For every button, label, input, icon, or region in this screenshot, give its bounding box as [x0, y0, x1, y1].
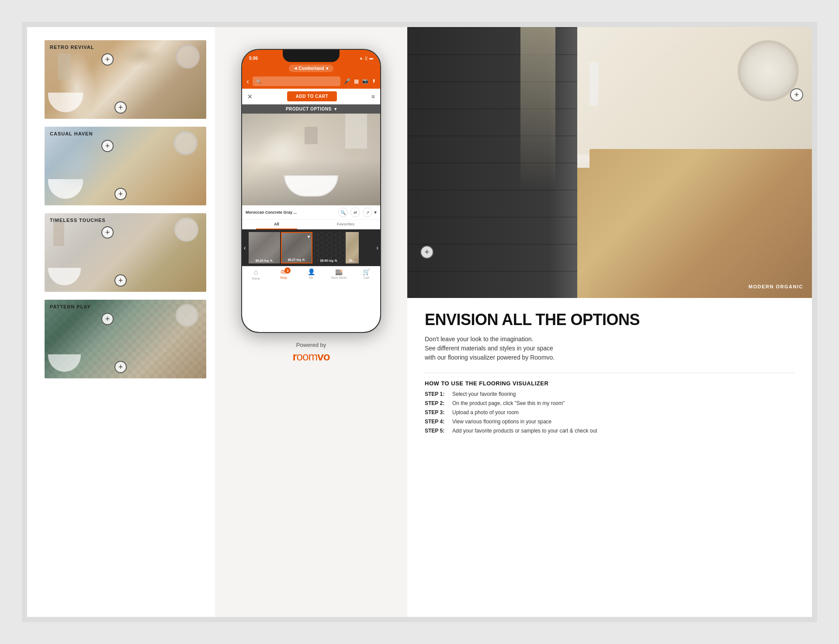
step-label-2: STEP 2:	[425, 400, 449, 406]
right-column: + + MODERN ORGANIC ENVISION ALL THE OPTI…	[407, 27, 812, 617]
phone-nav-bar: ‹ 🔍 🎤 ▦ 📷 ⬆	[242, 74, 380, 89]
step-row-2: STEP 2: On the product page, click "See …	[425, 400, 794, 406]
home-icon: ⌂	[254, 268, 258, 276]
swatch-prev-icon[interactable]: ‹	[242, 244, 248, 251]
product-options-bar[interactable]: PRODUCT OPTIONS ▾	[242, 104, 380, 114]
plus-button-retro-bl[interactable]: +	[114, 101, 127, 114]
desc-line-3: with our flooring visualizer powered by …	[425, 354, 555, 361]
plus-button-timeless-bl[interactable]: +	[114, 274, 127, 287]
nav-icons-right: 🎤 ▦ 📷 ⬆	[344, 78, 376, 84]
swatch-item-4[interactable]: $6...	[346, 232, 359, 263]
barcode-icon[interactable]: ▦	[354, 78, 359, 84]
expand-icon[interactable]: ↗	[363, 208, 372, 217]
powered-by-label: Powered by	[292, 342, 329, 348]
step-text-4: View various flooring options in your sp…	[452, 419, 551, 425]
menu-icon[interactable]: ≡	[371, 93, 375, 100]
phone-notch	[283, 50, 340, 62]
plus-button-casual-tl[interactable]: +	[101, 140, 114, 152]
nav-store-mode[interactable]: 🏬 Store Mode	[325, 268, 353, 280]
center-column: 5:06 ▲ (( ▬ ◀ Cumberland ▾	[215, 27, 407, 617]
plus-button-right-top[interactable]: +	[790, 88, 803, 101]
flooring-swatches: ‹ $6.29 /sq. ft. ♥ $6.27 /sq.	[242, 229, 380, 266]
nav-me[interactable]: 👤 Me	[297, 268, 325, 280]
swatch-price-2: $6.27 /sq. ft.	[282, 258, 312, 261]
modern-organic-label: MODERN ORGANIC	[749, 284, 803, 289]
product-action-icons: 🔍 ⇌ ↗	[338, 208, 372, 217]
search-product-icon[interactable]: 🔍	[338, 208, 348, 217]
phone-mockup: 5:06 ▲ (( ▬ ◀ Cumberland ▾	[241, 49, 381, 333]
step-row-1: STEP 1: Select your favorite flooring	[425, 391, 794, 397]
phone-frame: 5:06 ▲ (( ▬ ◀ Cumberland ▾	[241, 49, 381, 333]
signal-icon: ▲	[359, 56, 363, 60]
room-card-title-casual: CASUAL HAVEN	[50, 131, 93, 136]
product-name: Moroccan Concrete Gray ...	[246, 210, 336, 215]
tab-all[interactable]: All	[242, 220, 311, 229]
nav-home[interactable]: ⌂ Home	[242, 268, 270, 280]
ar-toolbar: ✕ ADD TO CART ≡	[242, 89, 380, 104]
shop-label: Shop	[280, 276, 287, 279]
swatches-container: $6.29 /sq. ft. ♥ $6.27 /sq. ft.	[249, 232, 374, 263]
back-icon[interactable]: ‹	[246, 77, 249, 86]
plus-button-pattern-tl[interactable]: +	[101, 313, 114, 325]
flooring-tabs: All Favorites	[242, 220, 380, 229]
nav-cart[interactable]: 🛒 Cart	[353, 268, 380, 280]
location-pill[interactable]: ◀ Cumberland ▾	[289, 65, 333, 72]
room-card-retro-revival[interactable]: RETRO REVIVAL + +	[45, 40, 206, 119]
plus-button-timeless-tl[interactable]: +	[101, 226, 114, 239]
step-label-3: STEP 3:	[425, 409, 449, 415]
desc-line-2: See different materials and styles in yo…	[425, 345, 553, 352]
store-label: Store Mode	[331, 276, 347, 279]
swatch-dropdown-icon[interactable]: ▾	[374, 209, 377, 215]
swap-icon[interactable]: ⇌	[350, 208, 360, 217]
swatch-next-icon[interactable]: ›	[374, 244, 380, 251]
step-row-5: STEP 5: Add your favorite products or sa…	[425, 428, 794, 434]
product-options-label: PRODUCT OPTIONS	[286, 107, 332, 111]
swatch-item-3[interactable]: $5.95 /sq. ft.	[313, 232, 345, 263]
bottom-nav: ⌂ Home 🛍 2 Shop 👤 Me �	[242, 266, 380, 284]
envision-description: Don't leave your look to the imagination…	[425, 335, 794, 362]
swatch-item-2[interactable]: ♥ $6.27 /sq. ft.	[281, 232, 312, 263]
tab-favorites[interactable]: Favorites	[311, 220, 380, 229]
main-frame: RETRO REVIVAL + + CASUAL HAVEN + + TIMEL…	[22, 22, 817, 622]
cart-label: Cart	[364, 276, 369, 279]
room-card-timeless-touches[interactable]: TIMELESS TOUCHES + +	[45, 213, 206, 292]
shop-badge: 2	[284, 267, 291, 274]
room-card-title-pattern: PATTERN PLAY	[50, 304, 91, 309]
how-to-title: HOW TO USE THE FLOORING VISUALIZER	[425, 373, 794, 387]
room-card-title-retro: RETRO REVIVAL	[50, 45, 94, 50]
step-label-4: STEP 4:	[425, 419, 449, 425]
close-icon[interactable]: ✕	[247, 93, 253, 100]
swatch-price-1: $6.29 /sq. ft.	[249, 259, 280, 262]
store-icon: 🏬	[335, 268, 343, 275]
search-bar[interactable]: 🔍	[253, 76, 340, 86]
plus-button-right-bottom[interactable]: +	[420, 246, 433, 259]
plus-button-pattern-bl[interactable]: +	[114, 361, 127, 373]
step-text-5: Add your favorite products or samples to…	[452, 428, 597, 434]
status-icons: ▲ (( ▬	[359, 56, 373, 60]
steps-list: STEP 1: Select your favorite flooring ST…	[425, 391, 794, 434]
product-name-row: Moroccan Concrete Gray ... 🔍 ⇌ ↗ ▾	[242, 205, 380, 220]
plus-button-retro-tl[interactable]: +	[101, 53, 114, 66]
plus-button-casual-bl[interactable]: +	[114, 188, 127, 200]
add-to-cart-button[interactable]: ADD TO CART	[287, 91, 337, 101]
search-icon: 🔍	[256, 79, 261, 84]
room-card-casual-haven[interactable]: CASUAL HAVEN + +	[45, 127, 206, 205]
status-time: 5:06	[249, 56, 258, 61]
room-card-pattern-play[interactable]: PATTERN PLAY + +	[45, 300, 206, 378]
step-text-1: Select your favorite flooring	[452, 391, 516, 397]
nav-shop[interactable]: 🛍 2 Shop	[270, 268, 297, 280]
right-room-image: + + MODERN ORGANIC	[407, 27, 812, 298]
product-options-dropdown: ▾	[334, 107, 337, 111]
location-bar[interactable]: ◀ Cumberland ▾	[242, 63, 380, 74]
heart-icon: ♥	[308, 234, 310, 239]
share-icon[interactable]: ⬆	[372, 78, 376, 84]
room-card-title-timeless: TIMELESS TOUCHES	[50, 218, 106, 223]
camera-icon[interactable]: 📷	[362, 78, 368, 84]
left-column: RETRO REVIVAL + + CASUAL HAVEN + + TIMEL…	[27, 27, 215, 617]
location-icon: ◀	[294, 66, 297, 70]
home-label: Home	[252, 277, 260, 280]
mic-icon[interactable]: 🎤	[344, 78, 350, 84]
swatch-item-1[interactable]: $6.29 /sq. ft.	[249, 232, 280, 263]
wifi-icon: ((	[365, 56, 367, 60]
phone-room-preview	[242, 114, 380, 205]
